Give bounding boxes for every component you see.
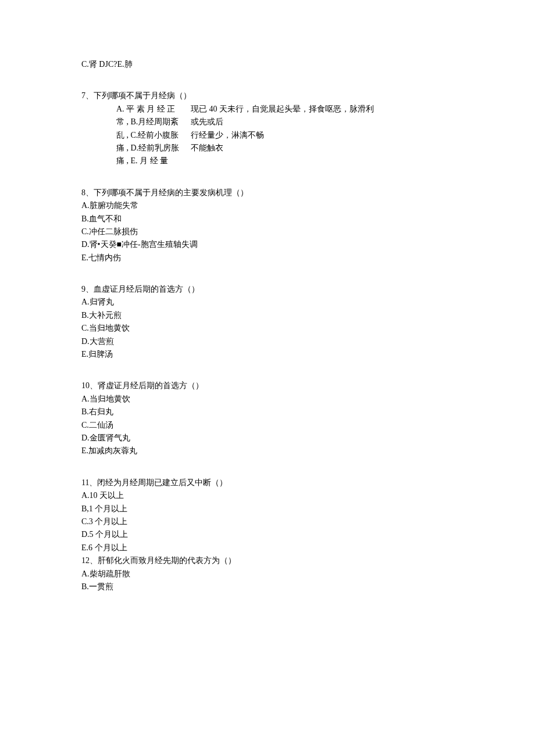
question-stem: 9、血虚证月经后期的首选方（） — [81, 283, 454, 296]
question-10: 10、肾虚证月经后期的首选方（） A.当归地黄饮 B.右归丸 C.二仙汤 D.金… — [81, 379, 454, 457]
q7-left-d: 痛 , D.经前乳房胀 — [116, 142, 191, 155]
option-b: B.血气不和 — [81, 213, 454, 225]
q7-right-e — [191, 155, 454, 167]
question-8: 8、下列哪项不属于月经病的主要发病机理（） A.脏腑功能失常 B.血气不和 C.… — [81, 187, 454, 264]
q7-row-c: 乱 , C.经前小腹胀 行经量少，淋漓不畅 — [116, 129, 454, 142]
option-d: D.大营煎 — [81, 335, 454, 348]
option-b: B,1 个月以上 — [81, 503, 454, 515]
option-c: C.3 个月以上 — [81, 515, 454, 528]
option-a: A.归肾丸 — [81, 296, 454, 309]
question-stem: 8、下列哪项不属于月经病的主要发病机理（） — [81, 187, 454, 199]
option-b: B.大补元煎 — [81, 309, 454, 322]
option-a: A.柴胡疏肝散 — [81, 568, 454, 581]
question-stem: 7、下列哪项不属于月经病（） — [81, 89, 454, 102]
orphan-option-line: C.肾 DJC?E.肺 — [81, 58, 454, 71]
question-stem: 10、肾虚证月经后期的首选方（） — [81, 379, 454, 392]
option-b: B.一贯煎 — [81, 581, 454, 593]
option-a: A.当归地黄饮 — [81, 393, 454, 406]
q7-right-d: 不能触衣 — [191, 142, 454, 155]
q7-left-b: 常 , B.月经周期紊 — [116, 116, 191, 128]
option-a: A.10 天以上 — [81, 489, 454, 502]
question-stem: 11、闭经为月经周期已建立后又中断（） — [81, 476, 454, 489]
q7-left-a: A. 平 素 月 经 正 — [116, 103, 191, 116]
q7-row-d: 痛 , D.经前乳房胀 不能触衣 — [116, 142, 454, 155]
question-9: 9、血虚证月经后期的首选方（） A.归肾丸 B.大补元煎 C.当归地黄饮 D.大… — [81, 283, 454, 361]
option-e: E.七情内伤 — [81, 252, 454, 264]
option-e: E.6 个月以上 — [81, 542, 454, 554]
q7-row-e: 痛 , E. 月 经 量 — [116, 155, 454, 167]
q7-right-c: 行经量少，淋漓不畅 — [191, 129, 454, 142]
option-c: C.二仙汤 — [81, 419, 454, 432]
option-c: C.冲任二脉损伤 — [81, 225, 454, 238]
q7-row-a: A. 平 素 月 经 正 现已 40 天未行，自觉晨起头晕，择食呕恶，脉滑利 — [116, 103, 454, 116]
q7-right-a: 现已 40 天未行，自觉晨起头晕，择食呕恶，脉滑利 — [191, 103, 454, 116]
option-d: D.5 个月以上 — [81, 528, 454, 541]
option-d: D.金匮肾气丸 — [81, 432, 454, 445]
option-c: C.当归地黄饮 — [81, 322, 454, 335]
option-d: D.肾•天癸■冲任-胞宫生殖轴失调 — [81, 238, 454, 251]
q7-row-b: 常 , B.月经周期紊 或先或后 — [116, 116, 454, 128]
q7-left-c: 乱 , C.经前小腹胀 — [116, 129, 191, 142]
question-11: 11、闭经为月经周期已建立后又中断（） A.10 天以上 B,1 个月以上 C.… — [81, 476, 454, 594]
option-b: B.右归丸 — [81, 406, 454, 418]
question-7: 7、下列哪项不属于月经病（） A. 平 素 月 经 正 现已 40 天未行，自觉… — [81, 89, 454, 167]
option-e: E.归脾汤 — [81, 348, 454, 361]
option-e: E.加减肉灰蓉丸 — [81, 445, 454, 457]
question-stem-12: 12、肝郁化火而致月经先期的代表方为（） — [81, 554, 454, 567]
q7-left-e: 痛 , E. 月 经 量 — [116, 155, 191, 167]
option-a: A.脏腑功能失常 — [81, 199, 454, 212]
q7-right-b: 或先或后 — [191, 116, 454, 128]
